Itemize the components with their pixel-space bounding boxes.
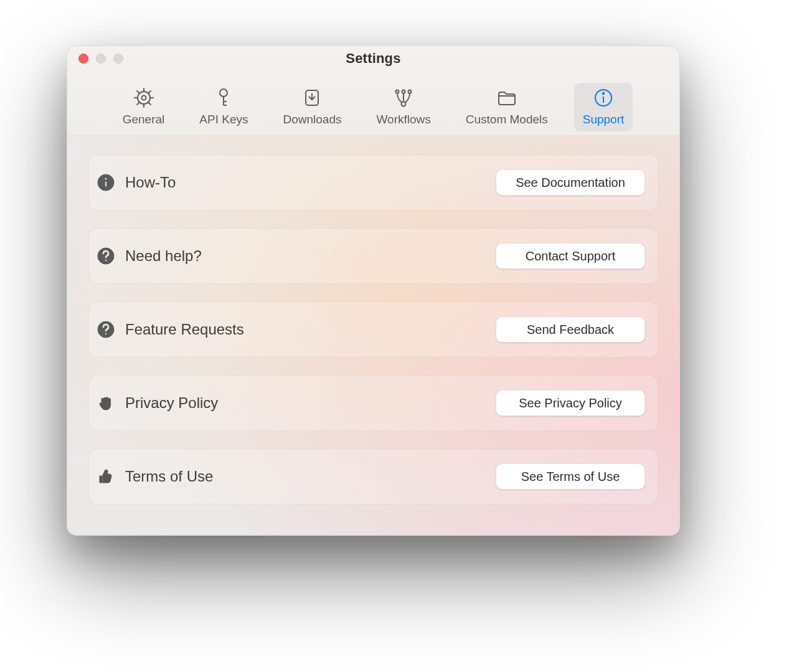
svg-point-13: [402, 90, 405, 93]
key-icon: [212, 87, 235, 109]
tab-general[interactable]: General: [114, 83, 174, 131]
download-icon: [301, 87, 323, 109]
tab-label: Downloads: [283, 113, 341, 126]
help-icon: [97, 247, 115, 265]
tab-support[interactable]: Support: [574, 83, 633, 131]
svg-rect-20: [105, 181, 107, 187]
info-icon: [97, 173, 115, 192]
svg-point-18: [603, 93, 604, 94]
info-icon: [592, 87, 615, 109]
tab-label: API Keys: [199, 113, 248, 126]
window-title: Settings: [67, 50, 679, 67]
tab-downloads[interactable]: Downloads: [274, 83, 350, 131]
row-terms-of-use: Terms of Use See Terms of Use: [88, 448, 658, 505]
svg-point-14: [408, 90, 412, 93]
svg-line-7: [148, 102, 151, 105]
row-label: Privacy Policy: [125, 394, 218, 412]
tab-workflows[interactable]: Workflows: [367, 83, 439, 131]
svg-point-10: [220, 89, 227, 97]
contact-support-button[interactable]: Contact Support: [496, 243, 645, 269]
see-documentation-button[interactable]: See Documentation: [496, 169, 645, 196]
row-label: Terms of Use: [125, 468, 213, 485]
tab-bar: General API Keys Downloads Workflows: [67, 83, 679, 131]
folder-icon: [496, 87, 518, 109]
svg-point-25: [105, 333, 106, 334]
settings-window: Settings General API Keys: [67, 45, 680, 536]
row-label: Need help?: [125, 247, 202, 265]
svg-point-12: [396, 90, 399, 93]
row-privacy-policy: Privacy Policy See Privacy Policy: [88, 375, 658, 431]
see-privacy-policy-button[interactable]: See Privacy Policy: [496, 390, 645, 416]
svg-line-6: [137, 91, 139, 93]
tab-api-keys[interactable]: API Keys: [191, 83, 257, 131]
send-feedback-button[interactable]: Send Feedback: [496, 316, 645, 343]
row-label: Feature Requests: [125, 321, 244, 338]
svg-point-21: [105, 178, 107, 180]
svg-point-1: [141, 96, 146, 100]
help-icon: [97, 320, 115, 339]
hand-icon: [97, 394, 115, 412]
tab-custom-models[interactable]: Custom Models: [457, 83, 557, 131]
tab-label: Workflows: [376, 113, 430, 126]
toolbar: Settings General API Keys: [67, 46, 679, 136]
workflow-icon: [392, 87, 415, 109]
see-terms-of-use-button[interactable]: See Terms of Use: [496, 463, 645, 490]
tab-label: Support: [583, 113, 625, 126]
row-how-to: How-To See Documentation: [88, 154, 658, 211]
gear-icon: [133, 87, 155, 109]
row-need-help: Need help? Contact Support: [88, 228, 658, 284]
svg-point-23: [105, 259, 106, 261]
row-feature-requests: Feature Requests Send Feedback: [88, 301, 658, 358]
tab-label: General: [123, 113, 165, 126]
support-pane: How-To See Documentation Need help? Cont…: [67, 136, 679, 535]
thumbs-up-icon: [97, 467, 115, 486]
tab-label: Custom Models: [466, 113, 548, 126]
svg-line-8: [148, 91, 151, 93]
row-label: How-To: [125, 174, 176, 191]
svg-line-9: [137, 102, 139, 105]
